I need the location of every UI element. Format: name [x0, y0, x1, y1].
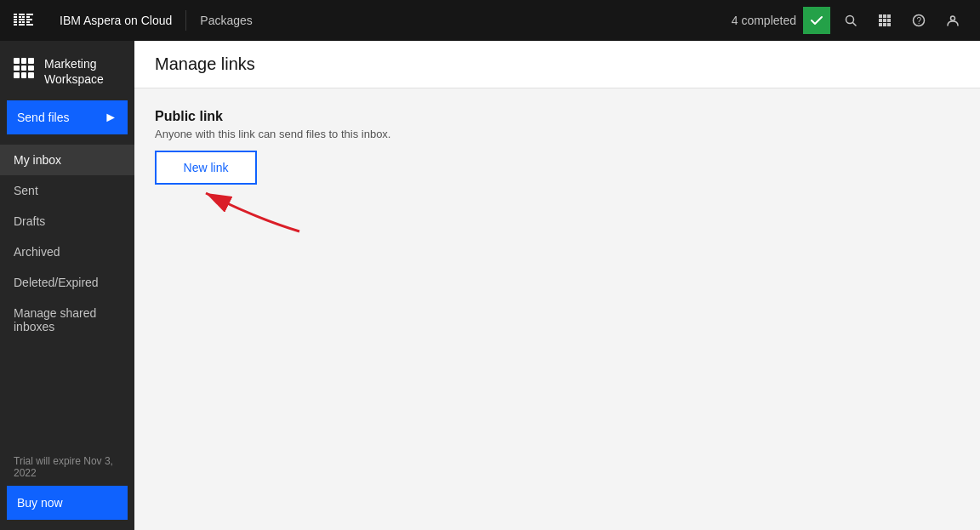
svg-rect-19 [879, 14, 882, 18]
brand-logo: IBM Aspera on Cloud [14, 14, 172, 27]
content-area: Manage links Public link Anyone with thi… [134, 41, 980, 530]
svg-text:?: ? [917, 16, 922, 26]
buy-now-button[interactable]: Buy now [7, 486, 128, 520]
sidebar: Marketing Workspace Send files ► My inbo… [0, 41, 134, 530]
svg-rect-11 [22, 21, 25, 23]
workspace-name: Marketing Workspace [44, 54, 124, 87]
search-icon [844, 14, 858, 27]
workspace-icon [10, 54, 37, 82]
navbar-divider [185, 10, 186, 31]
sidebar-item-manage-shared-inboxes[interactable]: Manage shared inboxes [0, 298, 134, 342]
sidebar-item-archived[interactable]: Archived [0, 237, 134, 267]
svg-rect-6 [19, 19, 25, 20]
svg-rect-21 [887, 14, 891, 18]
ibm-logo-icon [14, 14, 48, 27]
annotation-arrow [155, 185, 960, 236]
svg-rect-20 [883, 14, 886, 18]
svg-rect-1 [14, 16, 17, 18]
svg-rect-23 [883, 19, 886, 22]
sidebar-item-drafts[interactable]: Drafts [0, 206, 134, 237]
packages-link[interactable]: Packages [200, 14, 252, 27]
svg-rect-27 [887, 23, 891, 26]
svg-rect-7 [19, 24, 25, 26]
sidebar-item-sent[interactable]: Sent [0, 175, 134, 206]
sidebar-item-my-inbox-label: My inbox [14, 153, 61, 167]
sidebar-item-sent-label: Sent [14, 184, 38, 197]
sidebar-item-deleted-expired-label: Deleted/Expired [14, 276, 99, 289]
sidebar-footer: Trial will expire Nov 3, 2022 Buy now [0, 445, 134, 530]
svg-rect-2 [14, 19, 17, 20]
svg-line-18 [853, 23, 857, 26]
svg-rect-26 [883, 23, 886, 26]
help-icon: ? [912, 14, 926, 27]
annotation-arrow-svg [155, 185, 325, 236]
page-title: Manage links [155, 54, 960, 74]
content-body: Public link Anyone with this link can se… [134, 88, 980, 256]
trial-text: Trial will expire Nov 3, 2022 [7, 455, 128, 479]
svg-point-30 [951, 16, 955, 20]
brand-name: IBM Aspera on Cloud [60, 14, 172, 27]
svg-rect-22 [879, 19, 882, 22]
public-link-title: Public link [155, 109, 960, 124]
navbar-right: 4 completed ? [732, 7, 966, 34]
svg-rect-3 [14, 21, 17, 23]
send-arrow-icon: ► [104, 110, 117, 125]
sidebar-item-manage-shared-inboxes-label: Manage shared inboxes [14, 306, 121, 333]
svg-rect-12 [26, 14, 33, 15]
svg-rect-9 [22, 16, 25, 18]
content-header: Manage links [134, 41, 980, 88]
svg-rect-24 [887, 19, 891, 22]
svg-rect-15 [26, 21, 30, 23]
workspace-header: Marketing Workspace [0, 41, 134, 97]
user-button[interactable] [939, 7, 966, 34]
main-layout: Marketing Workspace Send files ► My inbo… [0, 41, 980, 530]
sidebar-item-archived-label: Archived [14, 245, 60, 259]
svg-rect-10 [19, 21, 21, 23]
user-icon [946, 14, 960, 27]
send-files-label: Send files [17, 111, 69, 124]
svg-rect-0 [14, 14, 17, 15]
apps-icon [878, 14, 892, 27]
sidebar-item-my-inbox[interactable]: My inbox [0, 145, 134, 175]
search-button[interactable] [837, 7, 864, 34]
svg-rect-8 [19, 16, 21, 18]
completed-badge: 4 completed [732, 14, 796, 27]
sidebar-nav: My inbox Sent Drafts Archived Deleted/Ex… [0, 145, 134, 445]
navbar: IBM Aspera on Cloud Packages 4 completed… [0, 0, 980, 41]
svg-rect-13 [26, 16, 30, 18]
svg-rect-25 [879, 23, 882, 26]
send-files-button[interactable]: Send files ► [7, 100, 128, 134]
svg-rect-4 [14, 24, 17, 26]
apps-button[interactable] [871, 7, 898, 34]
navbar-left: IBM Aspera on Cloud Packages [14, 10, 253, 31]
svg-rect-16 [26, 24, 33, 26]
completed-text: 4 completed [732, 14, 796, 27]
new-link-button[interactable]: New link [155, 151, 257, 185]
public-link-description: Anyone with this link can send files to … [155, 128, 960, 140]
sidebar-item-deleted-expired[interactable]: Deleted/Expired [0, 267, 134, 298]
completed-check-icon [803, 7, 830, 34]
help-button[interactable]: ? [905, 7, 932, 34]
svg-rect-14 [26, 19, 32, 20]
sidebar-item-drafts-label: Drafts [14, 214, 45, 228]
svg-rect-5 [19, 14, 25, 15]
new-link-container: New link [155, 151, 257, 185]
